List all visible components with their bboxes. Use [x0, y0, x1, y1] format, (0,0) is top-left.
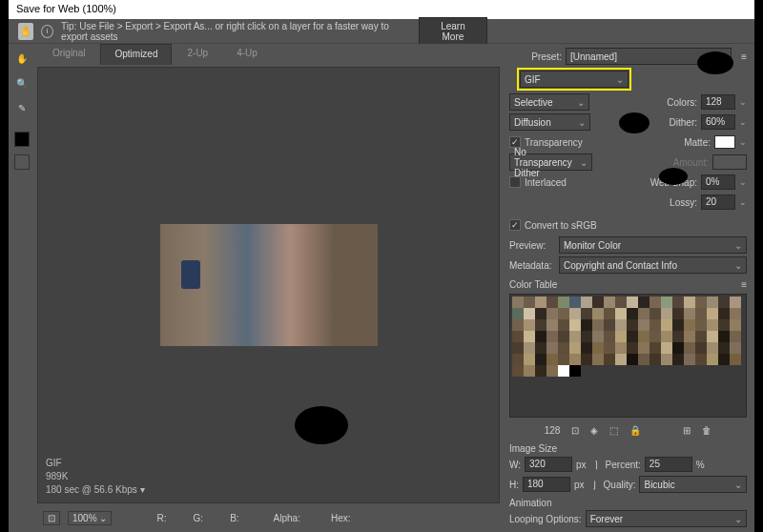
color-swatch[interactable] — [569, 308, 581, 319]
tab-optimized[interactable]: Optimized — [100, 44, 172, 65]
color-swatch[interactable] — [581, 331, 592, 342]
color-swatch[interactable] — [650, 331, 661, 342]
menu-icon[interactable]: ≡ — [741, 51, 747, 62]
color-swatch[interactable] — [718, 342, 730, 354]
color-swatch[interactable] — [592, 297, 604, 308]
hand-tool-icon[interactable]: ✋ — [18, 23, 33, 40]
color-swatch[interactable] — [615, 342, 627, 354]
color-swatch[interactable] — [558, 331, 569, 342]
color-swatch[interactable] — [558, 365, 569, 377]
color-swatch[interactable] — [684, 308, 695, 319]
color-swatch[interactable] — [638, 331, 650, 342]
color-swatch[interactable] — [615, 308, 627, 319]
color-swatch[interactable] — [684, 354, 695, 365]
color-swatch[interactable] — [512, 365, 524, 377]
color-swatch[interactable] — [604, 331, 615, 342]
color-swatch[interactable] — [707, 354, 718, 365]
color-swatch[interactable] — [581, 319, 592, 331]
color-swatch[interactable] — [650, 297, 661, 308]
color-swatch[interactable] — [524, 365, 535, 377]
preview-select[interactable]: Monitor Color — [559, 236, 747, 254]
color-swatch[interactable] — [592, 319, 604, 331]
tab-4up[interactable]: 4-Up — [223, 44, 271, 65]
color-swatch[interactable] — [535, 308, 546, 319]
loop-select[interactable]: Forever — [586, 510, 747, 527]
menu-icon[interactable]: ≡ — [741, 279, 747, 290]
color-swatch[interactable] — [707, 342, 718, 354]
color-swatch[interactable] — [592, 342, 604, 354]
websnap-input[interactable]: 0% — [701, 174, 735, 190]
height-input[interactable]: 180 — [523, 477, 570, 492]
color-swatch[interactable] — [569, 354, 581, 365]
color-swatch[interactable] — [661, 331, 672, 342]
color-swatch[interactable] — [546, 297, 558, 308]
color-swatch[interactable] — [604, 354, 615, 365]
color-swatch[interactable] — [581, 297, 592, 308]
colors-input[interactable]: 128 — [701, 94, 735, 110]
color-swatch[interactable] — [604, 308, 615, 319]
color-swatch[interactable] — [661, 354, 672, 365]
color-swatch[interactable] — [627, 297, 638, 308]
color-swatch[interactable] — [546, 354, 558, 365]
color-swatch[interactable] — [695, 297, 707, 308]
color-swatch[interactable] — [718, 354, 730, 365]
color-swatch[interactable] — [512, 342, 524, 354]
color-swatch[interactable] — [672, 308, 684, 319]
color-swatch[interactable] — [615, 297, 627, 308]
color-swatch[interactable] — [650, 354, 661, 365]
color-swatch[interactable] — [524, 354, 535, 365]
color-swatch[interactable] — [650, 308, 661, 319]
color-swatch[interactable] — [695, 331, 707, 342]
color-swatch[interactable] — [661, 297, 672, 308]
color-swatch[interactable] — [695, 308, 707, 319]
color-swatch[interactable] — [695, 342, 707, 354]
color-swatch[interactable] — [684, 297, 695, 308]
color-swatch[interactable] — [672, 354, 684, 365]
color-swatch[interactable] — [535, 354, 546, 365]
color-swatch[interactable] — [627, 342, 638, 354]
reduction-select[interactable]: Selective — [509, 93, 589, 111]
color-swatch[interactable] — [546, 319, 558, 331]
color-swatch[interactable] — [604, 297, 615, 308]
color-swatch[interactable] — [707, 331, 718, 342]
color-swatch[interactable] — [558, 354, 569, 365]
color-swatch[interactable] — [604, 342, 615, 354]
srgb-checkbox[interactable]: ✓ — [509, 219, 521, 231]
color-swatch[interactable] — [581, 342, 592, 354]
color-swatch[interactable] — [695, 354, 707, 365]
color-swatch[interactable] — [730, 342, 741, 354]
color-swatch[interactable] — [558, 319, 569, 331]
color-swatch[interactable] — [718, 331, 730, 342]
color-swatch[interactable] — [661, 342, 672, 354]
format-select[interactable]: GIF — [520, 71, 629, 88]
color-swatch[interactable] — [558, 308, 569, 319]
metadata-select[interactable]: Copyright and Contact Info — [559, 256, 747, 274]
color-swatch[interactable] — [512, 308, 524, 319]
color-swatch[interactable] — [627, 331, 638, 342]
color-swatch[interactable] — [581, 308, 592, 319]
color-swatch[interactable] — [684, 319, 695, 331]
color-swatch[interactable] — [546, 331, 558, 342]
preview-canvas[interactable]: GIF 989K 180 sec @ 56.6 Kbps ▾ — [37, 67, 500, 503]
tab-2up[interactable]: 2-Up — [174, 44, 221, 65]
color-swatch[interactable] — [535, 297, 546, 308]
color-swatch[interactable] — [638, 319, 650, 331]
color-swatch[interactable] — [672, 342, 684, 354]
color-swatch[interactable] — [546, 365, 558, 377]
dither-input[interactable]: 60% — [701, 114, 735, 130]
zoom-level[interactable]: 100% ⌄ — [68, 511, 112, 525]
color-swatch[interactable] — [661, 308, 672, 319]
color-swatch[interactable] — [718, 308, 730, 319]
trans-dither-select[interactable]: No Transparency Dither — [509, 153, 592, 171]
color-swatch[interactable] — [684, 331, 695, 342]
color-swatch[interactable] — [546, 342, 558, 354]
color-swatch[interactable] — [581, 354, 592, 365]
color-swatch[interactable] — [730, 354, 741, 365]
color-swatch[interactable] — [730, 297, 741, 308]
color-swatch[interactable] — [730, 308, 741, 319]
color-swatch[interactable] — [707, 319, 718, 331]
color-swatch[interactable] — [707, 308, 718, 319]
color-table[interactable] — [509, 294, 747, 418]
color-swatch[interactable] — [684, 342, 695, 354]
color-swatch[interactable] — [569, 331, 581, 342]
